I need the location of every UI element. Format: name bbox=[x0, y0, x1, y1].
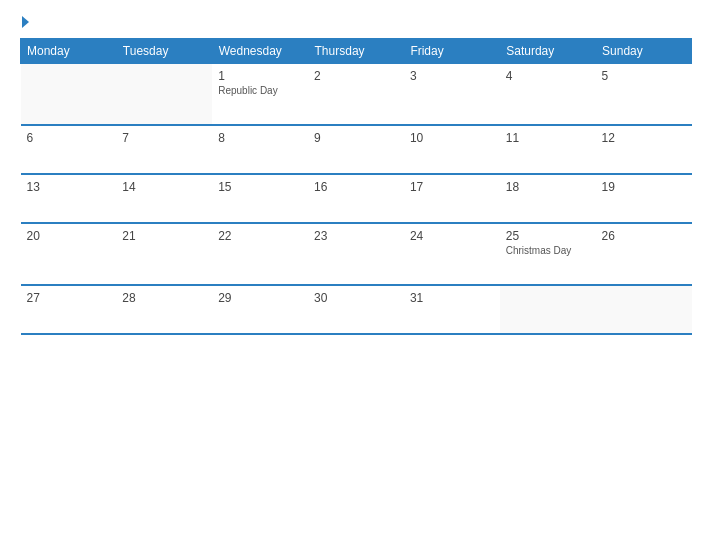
calendar-cell: 8 bbox=[212, 125, 308, 174]
day-number: 18 bbox=[506, 180, 519, 194]
calendar-cell: 14 bbox=[116, 174, 212, 223]
day-number: 13 bbox=[27, 180, 40, 194]
calendar-week-row: 202122232425Christmas Day26 bbox=[21, 223, 692, 285]
calendar-cell: 26 bbox=[596, 223, 692, 285]
calendar-cell: 4 bbox=[500, 64, 596, 126]
day-number: 20 bbox=[27, 229, 40, 243]
calendar-cell: 31 bbox=[404, 285, 500, 334]
day-number: 14 bbox=[122, 180, 135, 194]
calendar-page: Monday Tuesday Wednesday Thursday Friday… bbox=[0, 0, 712, 550]
header-tuesday: Tuesday bbox=[116, 39, 212, 64]
day-number: 29 bbox=[218, 291, 231, 305]
day-number: 9 bbox=[314, 131, 321, 145]
calendar-cell: 16 bbox=[308, 174, 404, 223]
day-number: 2 bbox=[314, 69, 321, 83]
header-sunday: Sunday bbox=[596, 39, 692, 64]
calendar-cell bbox=[21, 64, 117, 126]
calendar-week-row: 2728293031 bbox=[21, 285, 692, 334]
calendar-cell: 6 bbox=[21, 125, 117, 174]
day-number: 25 bbox=[506, 229, 519, 243]
calendar-cell bbox=[500, 285, 596, 334]
header-wednesday: Wednesday bbox=[212, 39, 308, 64]
calendar-cell: 20 bbox=[21, 223, 117, 285]
calendar-cell: 22 bbox=[212, 223, 308, 285]
day-number: 12 bbox=[602, 131, 615, 145]
day-number: 26 bbox=[602, 229, 615, 243]
day-number: 15 bbox=[218, 180, 231, 194]
day-number: 17 bbox=[410, 180, 423, 194]
calendar-cell: 11 bbox=[500, 125, 596, 174]
calendar-week-row: 1Republic Day2345 bbox=[21, 64, 692, 126]
day-number: 1 bbox=[218, 69, 225, 83]
calendar-week-row: 6789101112 bbox=[21, 125, 692, 174]
calendar-cell: 24 bbox=[404, 223, 500, 285]
calendar-cell: 21 bbox=[116, 223, 212, 285]
calendar-cell: 2 bbox=[308, 64, 404, 126]
calendar-cell: 29 bbox=[212, 285, 308, 334]
day-number: 7 bbox=[122, 131, 129, 145]
logo bbox=[20, 16, 31, 28]
day-number: 4 bbox=[506, 69, 513, 83]
day-number: 11 bbox=[506, 131, 519, 145]
calendar-cell: 9 bbox=[308, 125, 404, 174]
day-number: 28 bbox=[122, 291, 135, 305]
calendar-cell: 7 bbox=[116, 125, 212, 174]
day-number: 23 bbox=[314, 229, 327, 243]
day-number: 27 bbox=[27, 291, 40, 305]
calendar-cell: 12 bbox=[596, 125, 692, 174]
calendar-cell: 10 bbox=[404, 125, 500, 174]
day-number: 19 bbox=[602, 180, 615, 194]
day-number: 16 bbox=[314, 180, 327, 194]
day-number: 21 bbox=[122, 229, 135, 243]
header-thursday: Thursday bbox=[308, 39, 404, 64]
calendar-cell: 23 bbox=[308, 223, 404, 285]
day-number: 24 bbox=[410, 229, 423, 243]
day-number: 6 bbox=[27, 131, 34, 145]
calendar-cell bbox=[116, 64, 212, 126]
day-number: 22 bbox=[218, 229, 231, 243]
header-monday: Monday bbox=[21, 39, 117, 64]
calendar-cell: 17 bbox=[404, 174, 500, 223]
header-friday: Friday bbox=[404, 39, 500, 64]
logo-triangle-icon bbox=[22, 16, 29, 28]
day-number: 30 bbox=[314, 291, 327, 305]
day-number: 10 bbox=[410, 131, 423, 145]
holiday-label: Republic Day bbox=[218, 85, 302, 96]
calendar-cell: 5 bbox=[596, 64, 692, 126]
day-header-row: Monday Tuesday Wednesday Thursday Friday… bbox=[21, 39, 692, 64]
day-number: 8 bbox=[218, 131, 225, 145]
calendar-cell: 15 bbox=[212, 174, 308, 223]
calendar-week-row: 13141516171819 bbox=[21, 174, 692, 223]
calendar-cell: 25Christmas Day bbox=[500, 223, 596, 285]
calendar-cell: 27 bbox=[21, 285, 117, 334]
calendar-cell: 28 bbox=[116, 285, 212, 334]
day-number: 3 bbox=[410, 69, 417, 83]
day-number: 31 bbox=[410, 291, 423, 305]
calendar-cell: 13 bbox=[21, 174, 117, 223]
calendar-cell: 1Republic Day bbox=[212, 64, 308, 126]
day-number: 5 bbox=[602, 69, 609, 83]
holiday-label: Christmas Day bbox=[506, 245, 590, 256]
header-saturday: Saturday bbox=[500, 39, 596, 64]
calendar-cell: 19 bbox=[596, 174, 692, 223]
calendar-cell bbox=[596, 285, 692, 334]
header bbox=[20, 16, 692, 28]
calendar-cell: 18 bbox=[500, 174, 596, 223]
calendar-cell: 3 bbox=[404, 64, 500, 126]
calendar-cell: 30 bbox=[308, 285, 404, 334]
calendar-table: Monday Tuesday Wednesday Thursday Friday… bbox=[20, 38, 692, 335]
